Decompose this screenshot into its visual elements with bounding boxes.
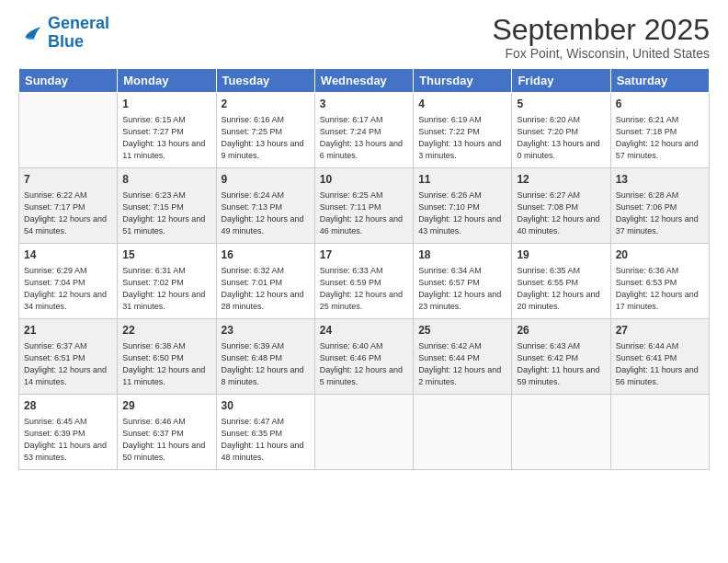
day-info: Sunrise: 6:22 AMSunset: 7:17 PMDaylight:… (24, 190, 112, 237)
table-row: 18Sunrise: 6:34 AMSunset: 6:57 PMDayligh… (414, 244, 512, 319)
day-number: 2 (222, 97, 310, 112)
day-info: Sunrise: 6:24 AMSunset: 7:13 PMDaylight:… (222, 190, 310, 237)
header-friday: Friday (512, 69, 610, 93)
day-number: 9 (222, 172, 310, 188)
day-info: Sunrise: 6:16 AMSunset: 7:25 PMDaylight:… (222, 114, 310, 162)
day-number: 14 (24, 247, 112, 263)
day-number: 15 (122, 247, 210, 263)
day-info: Sunrise: 6:17 AMSunset: 7:24 PMDaylight:… (320, 114, 408, 162)
table-row: 2Sunrise: 6:16 AMSunset: 7:25 PMDaylight… (216, 93, 314, 168)
table-row: 12Sunrise: 6:27 AMSunset: 7:08 PMDayligh… (512, 168, 610, 244)
calendar-header-row: Sunday Monday Tuesday Wednesday Thursday… (19, 69, 710, 93)
table-row: 26Sunrise: 6:43 AMSunset: 6:42 PMDayligh… (512, 319, 610, 395)
logo-text: General Blue (48, 15, 109, 52)
header-thursday: Thursday (414, 69, 512, 93)
day-info: Sunrise: 6:40 AMSunset: 6:46 PMDaylight:… (320, 340, 408, 388)
table-row: 10Sunrise: 6:25 AMSunset: 7:11 PMDayligh… (314, 168, 413, 244)
logo-icon (18, 20, 44, 46)
table-row: 21Sunrise: 6:37 AMSunset: 6:51 PMDayligh… (19, 319, 118, 395)
day-number: 7 (24, 172, 112, 188)
table-row: 14Sunrise: 6:29 AMSunset: 7:04 PMDayligh… (19, 244, 118, 319)
day-info: Sunrise: 6:46 AMSunset: 6:37 PMDaylight:… (122, 416, 210, 464)
header-wednesday: Wednesday (314, 69, 413, 93)
table-row: 29Sunrise: 6:46 AMSunset: 6:37 PMDayligh… (118, 395, 216, 470)
header-monday: Monday (118, 69, 216, 93)
day-number: 6 (616, 97, 704, 112)
table-row: 13Sunrise: 6:28 AMSunset: 7:06 PMDayligh… (610, 168, 709, 244)
day-number: 13 (616, 172, 704, 188)
calendar-table: Sunday Monday Tuesday Wednesday Thursday… (18, 68, 710, 470)
day-number: 25 (418, 323, 506, 339)
day-info: Sunrise: 6:32 AMSunset: 7:01 PMDaylight:… (222, 265, 310, 313)
table-row: 28Sunrise: 6:45 AMSunset: 6:39 PMDayligh… (19, 395, 118, 470)
table-row: 20Sunrise: 6:36 AMSunset: 6:53 PMDayligh… (610, 244, 709, 319)
day-number: 19 (517, 247, 605, 263)
logo-line1: General (48, 14, 109, 32)
location-title: Fox Point, Wisconsin, United States (492, 46, 710, 61)
day-number: 22 (122, 323, 210, 339)
header-saturday: Saturday (610, 69, 709, 93)
table-row: 11Sunrise: 6:26 AMSunset: 7:10 PMDayligh… (414, 168, 512, 244)
day-info: Sunrise: 6:42 AMSunset: 6:44 PMDaylight:… (418, 340, 506, 388)
table-row: 27Sunrise: 6:44 AMSunset: 6:41 PMDayligh… (610, 319, 709, 395)
table-row: 7Sunrise: 6:22 AMSunset: 7:17 PMDaylight… (19, 168, 118, 244)
day-info: Sunrise: 6:44 AMSunset: 6:41 PMDaylight:… (616, 340, 704, 388)
day-number: 8 (122, 172, 210, 188)
day-info: Sunrise: 6:36 AMSunset: 6:53 PMDaylight:… (616, 265, 704, 313)
day-info: Sunrise: 6:23 AMSunset: 7:15 PMDaylight:… (122, 190, 210, 237)
day-info: Sunrise: 6:45 AMSunset: 6:39 PMDaylight:… (24, 416, 112, 464)
calendar-week-row: 7Sunrise: 6:22 AMSunset: 7:17 PMDaylight… (19, 168, 710, 244)
day-number: 12 (517, 172, 605, 188)
table-row (610, 395, 709, 470)
table-row: 15Sunrise: 6:31 AMSunset: 7:02 PMDayligh… (118, 244, 216, 319)
day-number: 23 (222, 323, 310, 339)
table-row: 25Sunrise: 6:42 AMSunset: 6:44 PMDayligh… (414, 319, 512, 395)
table-row: 23Sunrise: 6:39 AMSunset: 6:48 PMDayligh… (216, 319, 314, 395)
month-title: September 2025 (492, 15, 710, 44)
day-number: 3 (320, 97, 408, 112)
table-row (314, 395, 413, 470)
table-row: 17Sunrise: 6:33 AMSunset: 6:59 PMDayligh… (314, 244, 413, 319)
day-info: Sunrise: 6:25 AMSunset: 7:11 PMDaylight:… (320, 190, 408, 237)
day-number: 26 (517, 323, 605, 339)
table-row: 16Sunrise: 6:32 AMSunset: 7:01 PMDayligh… (216, 244, 314, 319)
day-info: Sunrise: 6:38 AMSunset: 6:50 PMDaylight:… (122, 340, 210, 388)
header-tuesday: Tuesday (216, 69, 314, 93)
logo-line2: Blue (48, 32, 84, 51)
calendar-week-row: 1Sunrise: 6:15 AMSunset: 7:27 PMDaylight… (19, 93, 710, 168)
table-row: 24Sunrise: 6:40 AMSunset: 6:46 PMDayligh… (314, 319, 413, 395)
day-info: Sunrise: 6:33 AMSunset: 6:59 PMDaylight:… (320, 265, 408, 313)
day-number: 16 (222, 247, 310, 263)
day-info: Sunrise: 6:43 AMSunset: 6:42 PMDaylight:… (517, 340, 605, 388)
day-number: 5 (517, 97, 605, 112)
table-row: 30Sunrise: 6:47 AMSunset: 6:35 PMDayligh… (216, 395, 314, 470)
day-number: 28 (24, 398, 112, 414)
day-number: 20 (616, 247, 704, 263)
table-row (414, 395, 512, 470)
day-number: 30 (222, 398, 310, 414)
day-number: 27 (616, 323, 704, 339)
page: General Blue September 2025 Fox Point, W… (0, 0, 728, 563)
table-row (19, 93, 118, 168)
table-row: 6Sunrise: 6:21 AMSunset: 7:18 PMDaylight… (610, 93, 709, 168)
day-info: Sunrise: 6:31 AMSunset: 7:02 PMDaylight:… (122, 265, 210, 313)
logo: General Blue (18, 15, 109, 52)
calendar-week-row: 21Sunrise: 6:37 AMSunset: 6:51 PMDayligh… (19, 319, 710, 395)
day-number: 10 (320, 172, 408, 188)
table-row: 1Sunrise: 6:15 AMSunset: 7:27 PMDaylight… (118, 93, 216, 168)
day-number: 29 (122, 398, 210, 414)
day-number: 4 (418, 97, 506, 112)
day-info: Sunrise: 6:20 AMSunset: 7:20 PMDaylight:… (517, 114, 605, 162)
day-number: 1 (122, 97, 210, 112)
day-number: 18 (418, 247, 506, 263)
header-sunday: Sunday (19, 69, 118, 93)
day-info: Sunrise: 6:35 AMSunset: 6:55 PMDaylight:… (517, 265, 605, 313)
table-row: 5Sunrise: 6:20 AMSunset: 7:20 PMDaylight… (512, 93, 610, 168)
day-info: Sunrise: 6:21 AMSunset: 7:18 PMDaylight:… (616, 114, 704, 162)
table-row: 3Sunrise: 6:17 AMSunset: 7:24 PMDaylight… (314, 93, 413, 168)
calendar-week-row: 14Sunrise: 6:29 AMSunset: 7:04 PMDayligh… (19, 244, 710, 319)
day-number: 11 (418, 172, 506, 188)
day-number: 17 (320, 247, 408, 263)
header: General Blue September 2025 Fox Point, W… (18, 15, 710, 61)
day-number: 21 (24, 323, 112, 339)
